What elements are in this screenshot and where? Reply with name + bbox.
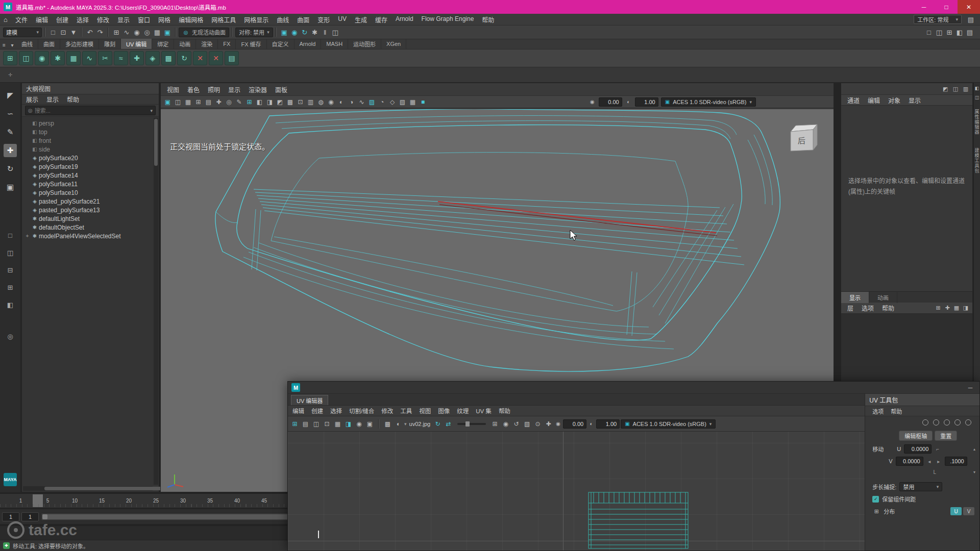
uv-grab-tool-icon[interactable]: ✚ xyxy=(130,51,144,65)
uv-tile-icon[interactable]: ▧ xyxy=(522,419,532,429)
menu-item[interactable]: 帮助 xyxy=(63,95,83,104)
tool-settings-icon[interactable]: ◫ xyxy=(974,94,980,101)
four-pane-layout-button[interactable]: ⊞ xyxy=(4,281,17,294)
playback-start-field[interactable]: 1 xyxy=(21,512,39,521)
workspace-handle-icon[interactable]: ✛ xyxy=(5,70,15,80)
uv-minimize-button[interactable]: ─ xyxy=(961,384,979,391)
shelf-options-icon[interactable]: ▾ xyxy=(8,41,16,49)
uv-orient-shells-icon[interactable]: ↻ xyxy=(177,51,191,65)
stepper-up-icon[interactable]: ▴ xyxy=(973,447,975,452)
render-view-icon[interactable]: ▣ xyxy=(279,27,289,37)
menu-item[interactable]: 视图 xyxy=(415,407,434,415)
wireframe-on-shaded-icon[interactable]: ▦ xyxy=(408,97,418,107)
shadows-icon[interactable]: ◐ xyxy=(336,97,346,107)
uv-shaded-icon[interactable]: ◫ xyxy=(311,419,321,429)
menu-set-selector[interactable]: 建模 ▾ xyxy=(3,28,42,37)
show-manipulators-icon[interactable]: ◩ xyxy=(941,84,950,93)
exposure-field[interactable]: 0.00 xyxy=(599,97,622,107)
uv-exposure-toggle-icon[interactable]: ⊙ xyxy=(533,419,543,429)
uv-overlay-icon[interactable]: ✚ xyxy=(544,419,553,429)
layer-tab-anim[interactable]: 动画 xyxy=(869,292,897,303)
uv-layout-icon[interactable]: ▩ xyxy=(161,51,176,65)
menu-item[interactable]: 窗口 xyxy=(134,15,154,24)
two-pane-layout-icon[interactable]: ◫ xyxy=(934,27,944,37)
outliner-item-persp[interactable]: ◧ persp xyxy=(22,119,154,128)
filter-dropdown-icon[interactable]: ▾ xyxy=(150,108,153,113)
undo-icon[interactable]: ↶ xyxy=(85,27,95,37)
menu-item[interactable]: 显示 xyxy=(113,15,134,24)
viewport-renderer-icon[interactable]: ▣ xyxy=(163,97,173,107)
separator[interactable] xyxy=(44,28,45,37)
slider-thumb[interactable] xyxy=(465,421,470,427)
menu-item[interactable]: 纹理 xyxy=(453,407,472,415)
depth-of-field-icon[interactable]: ◔ xyxy=(377,97,387,107)
image-dim-slider[interactable] xyxy=(457,423,486,425)
menu-item[interactable]: Flow Graph Engine xyxy=(418,15,478,24)
uv-optimize-icon[interactable]: ◈ xyxy=(145,51,160,65)
shelf-tab-uv-editing[interactable]: UV 编辑 xyxy=(121,39,152,49)
outliner-horizontal-scrollbar[interactable] xyxy=(23,486,153,491)
lasso-select-tool[interactable]: ∽ xyxy=(4,107,17,120)
menu-item[interactable]: 网格工具 xyxy=(207,15,240,24)
shelf-tab-curves[interactable]: 曲线 xyxy=(16,39,38,49)
menu-item[interactable]: 编辑网格 xyxy=(175,15,207,24)
relative-mode-icon[interactable]: L xyxy=(932,469,938,475)
symmetry-selector[interactable]: 对称: 禁用 ▾ xyxy=(235,28,273,37)
separator[interactable] xyxy=(108,28,109,37)
open-scene-icon[interactable]: ⊡ xyxy=(58,27,68,37)
menu-item[interactable]: 创建 xyxy=(52,15,72,24)
menu-item[interactable]: 对象 xyxy=(884,96,904,105)
shelf-menu-icon[interactable]: ≡ xyxy=(0,41,8,49)
live-surface-field[interactable]: ◎ 无现活动曲面 xyxy=(179,28,229,37)
fill-selected-icon[interactable]: ◍ xyxy=(316,97,326,107)
separator[interactable] xyxy=(232,28,233,37)
move-tool[interactable]: ✚ xyxy=(4,144,17,157)
menu-item[interactable]: 曲线 xyxy=(273,15,293,24)
menu-item[interactable]: 修改 xyxy=(93,15,113,24)
two-pane-side-layout-button[interactable]: ◫ xyxy=(4,246,17,259)
uv-spherical-projection-icon[interactable]: ◉ xyxy=(35,51,49,65)
menu-item[interactable]: 层 xyxy=(843,304,857,312)
make-live-icon[interactable]: ▣ xyxy=(162,27,173,37)
gamma-field[interactable]: 1.00 xyxy=(635,97,658,107)
shelf-tab-motion-graphics[interactable]: 运动图形 xyxy=(348,39,381,49)
toolkit-mode-button[interactable] xyxy=(954,419,961,425)
four-pane-layout-icon[interactable]: ⊞ xyxy=(944,27,954,37)
uv-isolate-icon[interactable]: ◉ xyxy=(354,419,364,429)
snap-view-plane-icon[interactable]: ▦ xyxy=(152,27,162,37)
menu-item[interactable]: 面板 xyxy=(271,85,291,94)
menu-item[interactable]: 显示 xyxy=(42,95,63,104)
shelf-tab-fx[interactable]: FX xyxy=(218,39,236,49)
uv-snapshot-icon[interactable]: ▤ xyxy=(225,51,239,65)
image-dropdown-icon[interactable]: ▾ xyxy=(404,421,407,427)
outliner-item-polySurface19[interactable]: ◈ polySurface19 xyxy=(22,162,154,171)
move-u-field[interactable]: 0.0000 xyxy=(904,444,932,454)
uv-colorspace-selector[interactable]: ▣ ACES 1.0 SDR-video (sRGB) ▾ xyxy=(621,419,716,429)
reset-pivot-button[interactable]: 重置 xyxy=(935,431,957,441)
outliner-vertical-scrollbar[interactable] xyxy=(154,118,158,485)
menu-item[interactable]: 选择 xyxy=(72,15,93,24)
shelf-tab-rigging[interactable]: 绑定 xyxy=(152,39,174,49)
outliner-item-polySurface11[interactable]: ◈ polySurface11 xyxy=(22,180,154,188)
uv-exposure-field[interactable]: 0.00 xyxy=(563,419,586,429)
ipr-render-icon[interactable]: ↻ xyxy=(300,27,310,37)
single-pane-layout-button[interactable]: □ xyxy=(4,229,17,242)
uv-refresh-icon[interactable]: ↺ xyxy=(511,419,521,429)
scrollbar-thumb[interactable] xyxy=(44,487,166,490)
paint-select-tool[interactable]: ✎ xyxy=(4,126,17,139)
safe-title-icon[interactable]: ▥ xyxy=(306,97,315,107)
safe-action-icon[interactable]: ⊡ xyxy=(296,97,305,107)
shelf-tab-mash[interactable]: MASH xyxy=(321,39,348,49)
scale-tool[interactable]: ▣ xyxy=(4,181,17,194)
film-gate-icon[interactable]: ◧ xyxy=(255,97,264,107)
close-button[interactable]: ✕ xyxy=(958,0,980,14)
uv-stats-icon[interactable]: ▣ xyxy=(365,419,375,429)
camera-attributes-icon[interactable]: ⊞ xyxy=(193,97,203,107)
rotate-tool[interactable]: ↻ xyxy=(4,162,17,176)
uv-view-mode-icon[interactable]: ◉ xyxy=(501,419,510,429)
bookmark-icon[interactable]: ▤ xyxy=(204,97,213,107)
shelf-tab-arnold[interactable]: Arnold xyxy=(295,39,322,49)
keep-spacing-checkbox[interactable]: ✓ xyxy=(872,496,879,503)
shelf-tab-poly-modeling[interactable]: 多边形建模 xyxy=(60,39,99,49)
exposure-icon[interactable]: ◉ xyxy=(554,419,562,429)
